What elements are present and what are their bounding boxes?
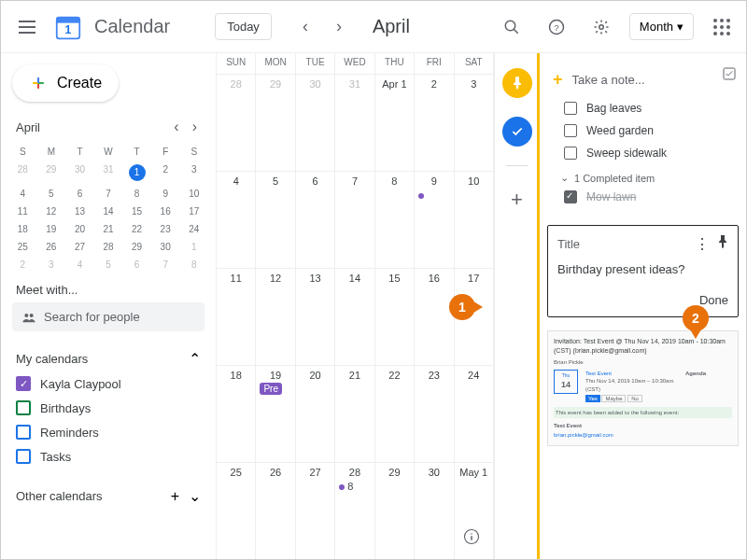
day-cell[interactable]: 4: [217, 172, 256, 268]
checkbox-icon[interactable]: [564, 102, 577, 115]
hamburger-menu-icon[interactable]: [8, 8, 46, 46]
mini-day-cell[interactable]: 4: [65, 256, 94, 273]
mini-day-cell[interactable]: 17: [179, 203, 208, 220]
mini-next-button[interactable]: ›: [189, 117, 201, 137]
day-cell[interactable]: 9: [415, 172, 454, 268]
mini-day-cell[interactable]: 12: [37, 203, 66, 220]
day-cell[interactable]: 30: [296, 75, 335, 171]
day-cell[interactable]: 19Pre: [256, 366, 295, 462]
day-cell[interactable]: 29: [256, 75, 295, 171]
settings-gear-icon[interactable]: [585, 10, 618, 44]
calendar-item[interactable]: Birthdays: [8, 396, 208, 420]
calendar-item[interactable]: Kayla Claypool: [8, 371, 208, 396]
day-cell[interactable]: 30: [415, 463, 454, 559]
completed-section-toggle[interactable]: ⌄ 1 Completed item: [547, 164, 739, 186]
calendar-checkbox[interactable]: [16, 376, 31, 391]
help-icon[interactable]: ?: [540, 10, 573, 44]
mini-day-cell[interactable]: 22: [122, 220, 151, 238]
keep-email-thumbnail[interactable]: Invitation: Test Event @ Thu Nov 14, 201…: [547, 330, 739, 446]
mini-day-cell[interactable]: 21: [94, 220, 123, 238]
day-cell[interactable]: 25: [217, 463, 256, 559]
keep-addon-icon[interactable]: [502, 68, 532, 98]
mini-day-cell[interactable]: 30: [151, 238, 180, 256]
take-note-input[interactable]: + Take a note...: [547, 63, 739, 97]
day-cell[interactable]: 11: [217, 269, 256, 365]
day-cell[interactable]: Apr 1: [375, 75, 415, 171]
mini-day-cell[interactable]: 3: [37, 256, 66, 273]
create-button[interactable]: Create: [12, 64, 119, 102]
mini-day-cell[interactable]: 18: [8, 220, 37, 238]
day-cell[interactable]: 29: [375, 463, 415, 559]
my-calendars-toggle[interactable]: My calendars ⌃: [8, 346, 208, 371]
calendar-item[interactable]: Tasks: [8, 444, 208, 469]
note-title-placeholder[interactable]: Title: [557, 237, 580, 251]
note-done-button[interactable]: Done: [557, 293, 728, 307]
day-cell[interactable]: 2: [415, 75, 454, 171]
day-cell[interactable]: 15: [375, 269, 415, 365]
mini-day-cell[interactable]: 28: [8, 161, 37, 185]
checkbox-checked-icon[interactable]: [564, 190, 577, 203]
day-cell[interactable]: 31: [335, 75, 374, 171]
day-cell[interactable]: 18: [217, 366, 256, 462]
day-cell[interactable]: 14: [335, 269, 374, 365]
mini-prev-button[interactable]: ‹: [170, 117, 182, 137]
mini-day-cell[interactable]: 24: [179, 220, 208, 238]
pin-icon[interactable]: [717, 235, 728, 253]
keep-checklist-item[interactable]: Sweep sidewalk: [547, 142, 739, 164]
mini-day-cell[interactable]: 15: [122, 203, 151, 220]
keep-completed-item[interactable]: Mow lawn: [547, 186, 739, 208]
keep-checklist-item[interactable]: Weed garden: [547, 119, 739, 142]
day-cell[interactable]: 5: [256, 172, 295, 268]
mini-day-cell[interactable]: 5: [94, 256, 123, 273]
mini-day-cell[interactable]: 13: [65, 203, 94, 220]
tasks-addon-icon[interactable]: [502, 117, 532, 147]
day-cell[interactable]: 20: [296, 366, 335, 462]
mini-day-cell[interactable]: 28: [94, 238, 123, 256]
event-indicator[interactable]: [418, 189, 449, 201]
day-cell[interactable]: 13: [296, 269, 335, 365]
new-list-icon[interactable]: [722, 66, 737, 81]
day-cell[interactable]: 24: [455, 366, 494, 462]
day-cell[interactable]: 3: [455, 75, 494, 171]
mini-day-cell[interactable]: 27: [65, 238, 94, 256]
day-cell[interactable]: 26: [256, 463, 295, 559]
mini-day-cell[interactable]: 29: [122, 238, 151, 256]
mini-day-cell[interactable]: 14: [94, 203, 123, 220]
mini-day-cell[interactable]: 3: [179, 161, 208, 185]
mini-day-cell[interactable]: 23: [151, 220, 180, 238]
mini-day-cell[interactable]: 11: [8, 203, 37, 220]
checkbox-icon[interactable]: [564, 124, 577, 137]
mini-day-cell[interactable]: 8: [179, 256, 208, 273]
mini-day-cell[interactable]: 4: [8, 185, 37, 203]
mini-day-cell[interactable]: 25: [8, 238, 37, 256]
mini-day-cell[interactable]: 10: [179, 185, 208, 203]
note-body[interactable]: Birthday present ideas?: [557, 262, 728, 276]
mini-day-cell[interactable]: 1: [179, 238, 208, 256]
mini-day-cell[interactable]: 2: [8, 256, 37, 273]
other-calendars-toggle[interactable]: Other calendars +⌄: [8, 483, 208, 509]
mini-day-cell[interactable]: 16: [151, 203, 180, 220]
mini-day-cell[interactable]: 26: [37, 238, 66, 256]
day-cell[interactable]: 21: [335, 366, 374, 462]
search-people-input[interactable]: Search for people: [12, 302, 204, 331]
mini-day-cell[interactable]: 19: [37, 220, 66, 238]
day-cell[interactable]: 28: [217, 75, 256, 171]
keep-note-card[interactable]: Title ⋮ Birthday present ideas? Done: [547, 225, 739, 317]
mini-day-cell[interactable]: 1: [122, 161, 151, 185]
prev-month-button[interactable]: ‹: [290, 12, 320, 42]
next-month-button[interactable]: ›: [324, 12, 354, 42]
mini-day-cell[interactable]: 9: [151, 185, 180, 203]
day-cell[interactable]: 6: [296, 172, 335, 268]
mini-day-cell[interactable]: 5: [37, 185, 66, 203]
day-cell[interactable]: 23: [415, 366, 454, 462]
mini-day-cell[interactable]: 6: [122, 256, 151, 273]
calendar-checkbox[interactable]: [16, 400, 31, 415]
day-cell[interactable]: 8: [375, 172, 415, 268]
mini-day-cell[interactable]: 7: [151, 256, 180, 273]
calendar-checkbox[interactable]: [16, 449, 31, 464]
more-options-icon[interactable]: ⋮: [695, 235, 710, 253]
mini-day-cell[interactable]: 29: [37, 161, 66, 185]
day-cell[interactable]: 22: [375, 366, 415, 462]
day-cell[interactable]: 288: [335, 463, 374, 559]
day-cell[interactable]: 7: [335, 172, 374, 268]
